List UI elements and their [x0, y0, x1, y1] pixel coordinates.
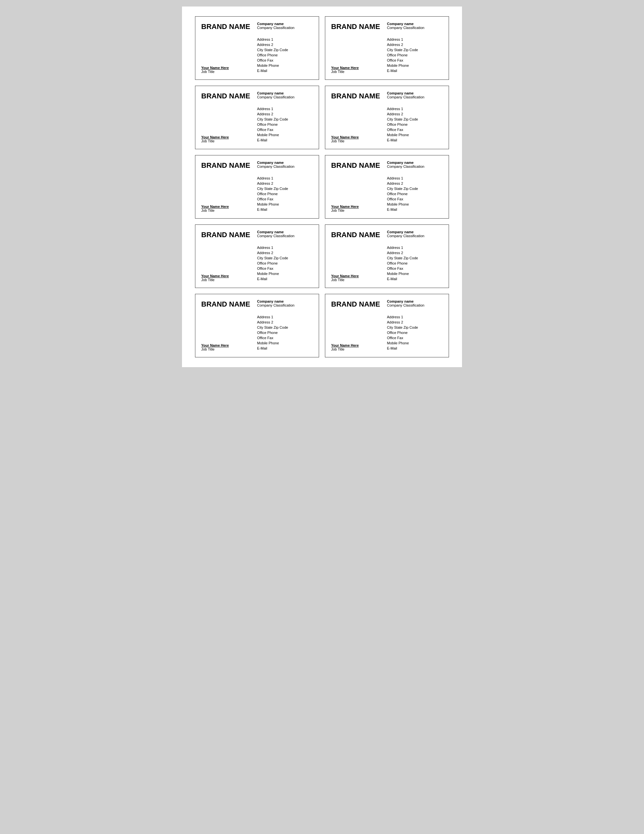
- address-block: Address 1Address 2City State Zip CodeOff…: [257, 176, 313, 214]
- address-line: E-Mail: [257, 207, 313, 212]
- company-name: Company name: [387, 161, 443, 165]
- address-line: Address 1: [387, 37, 443, 42]
- job-title: Job Title: [331, 347, 387, 351]
- spacer: [201, 310, 257, 327]
- address-line: City State Zip Code: [257, 117, 313, 122]
- company-classification: Company Classification: [387, 26, 443, 30]
- address-line: Mobile Phone: [257, 133, 313, 138]
- address-line: Office Phone: [257, 122, 313, 128]
- address-line: Office Phone: [387, 53, 443, 58]
- name-block: Your Name HereJob Title: [331, 205, 387, 214]
- address-line: Office Fax: [257, 197, 313, 202]
- job-title: Job Title: [331, 70, 387, 74]
- spacer: [201, 102, 257, 119]
- address-line: City State Zip Code: [257, 186, 313, 192]
- company-name: Company name: [257, 230, 313, 234]
- address-line: Address 2: [257, 112, 313, 117]
- company-name: Company name: [257, 22, 313, 26]
- job-title: Job Title: [331, 278, 387, 282]
- company-name: Company name: [257, 91, 313, 95]
- address-line: Office Phone: [257, 53, 313, 58]
- address-line: Office Phone: [387, 261, 443, 266]
- address-block: Address 1Address 2City State Zip CodeOff…: [257, 37, 313, 75]
- address-line: Address 1: [387, 107, 443, 112]
- address-line: Office Fax: [387, 266, 443, 272]
- address-line: Address 1: [257, 37, 313, 42]
- address-line: Office Fax: [257, 58, 313, 63]
- company-classification: Company Classification: [387, 165, 443, 168]
- company-name: Company name: [387, 91, 443, 95]
- name-block: Your Name HereJob Title: [201, 135, 257, 144]
- company-block: Company nameCompany Classification: [257, 230, 313, 238]
- address-line: Address 1: [257, 315, 313, 320]
- address-line: City State Zip Code: [387, 325, 443, 330]
- brand-name: BRAND NAME: [201, 299, 257, 309]
- company-classification: Company Classification: [387, 234, 443, 238]
- address-block: Address 1Address 2City State Zip CodeOff…: [257, 245, 313, 283]
- brand-name: BRAND NAME: [331, 91, 387, 100]
- job-title: Job Title: [331, 139, 387, 143]
- brand-name: BRAND NAME: [331, 22, 387, 31]
- address-line: E-Mail: [257, 138, 313, 143]
- address-line: Mobile Phone: [257, 341, 313, 346]
- brand-name: BRAND NAME: [201, 91, 257, 100]
- address-line: Office Phone: [257, 261, 313, 266]
- address-line: Office Fax: [387, 197, 443, 202]
- address-block: Address 1Address 2City State Zip CodeOff…: [257, 315, 313, 352]
- address-line: Address 2: [257, 251, 313, 256]
- name-block: Your Name HereJob Title: [201, 274, 257, 283]
- address-line: Office Phone: [387, 122, 443, 128]
- job-title: Job Title: [201, 70, 257, 74]
- brand-name: BRAND NAME: [201, 22, 257, 31]
- address-line: Mobile Phone: [387, 341, 443, 346]
- company-classification: Company Classification: [387, 95, 443, 99]
- address-line: Address 2: [387, 112, 443, 117]
- address-line: Address 1: [387, 245, 443, 251]
- spacer: [201, 33, 257, 49]
- address-line: Address 2: [387, 251, 443, 256]
- name-block: Your Name HereJob Title: [201, 66, 257, 75]
- address-line: Mobile Phone: [387, 272, 443, 276]
- brand-name: BRAND NAME: [201, 230, 257, 239]
- spacer: [331, 310, 387, 327]
- address-line: Mobile Phone: [257, 202, 313, 207]
- address-line: Address 1: [387, 315, 443, 320]
- your-name: Your Name Here: [201, 135, 257, 139]
- address-line: Office Phone: [257, 192, 313, 197]
- business-card: BRAND NAMECompany nameCompany Classifica…: [325, 155, 449, 218]
- address-block: Address 1Address 2City State Zip CodeOff…: [387, 107, 443, 144]
- company-name: Company name: [387, 230, 443, 234]
- company-classification: Company Classification: [257, 303, 313, 307]
- company-classification: Company Classification: [257, 234, 313, 238]
- address-line: E-Mail: [387, 138, 443, 143]
- spacer: [331, 102, 387, 119]
- address-line: Office Phone: [387, 192, 443, 197]
- address-line: Mobile Phone: [387, 202, 443, 207]
- your-name: Your Name Here: [331, 66, 387, 70]
- your-name: Your Name Here: [331, 205, 387, 208]
- company-name: Company name: [257, 161, 313, 165]
- address-line: City State Zip Code: [387, 117, 443, 122]
- name-block: Your Name HereJob Title: [201, 343, 257, 352]
- address-line: Address 1: [387, 176, 443, 181]
- business-card: BRAND NAMECompany nameCompany Classifica…: [195, 225, 319, 288]
- address-line: Mobile Phone: [387, 63, 443, 68]
- company-block: Company nameCompany Classification: [257, 161, 313, 168]
- your-name: Your Name Here: [201, 274, 257, 278]
- address-line: E-Mail: [257, 346, 313, 351]
- company-block: Company nameCompany Classification: [387, 161, 443, 168]
- business-card: BRAND NAMECompany nameCompany Classifica…: [325, 294, 449, 357]
- spacer: [331, 33, 387, 49]
- your-name: Your Name Here: [201, 343, 257, 347]
- address-block: Address 1Address 2City State Zip CodeOff…: [387, 176, 443, 214]
- address-line: Address 1: [257, 245, 313, 251]
- job-title: Job Title: [201, 208, 257, 212]
- address-line: Office Fax: [387, 128, 443, 133]
- page: BRAND NAMECompany nameCompany Classifica…: [182, 6, 462, 367]
- address-line: Address 1: [257, 107, 313, 112]
- business-card: BRAND NAMECompany nameCompany Classifica…: [195, 155, 319, 218]
- job-title: Job Title: [201, 139, 257, 143]
- address-line: E-Mail: [387, 207, 443, 212]
- address-line: Office Fax: [257, 266, 313, 272]
- business-card: BRAND NAMECompany nameCompany Classifica…: [195, 294, 319, 357]
